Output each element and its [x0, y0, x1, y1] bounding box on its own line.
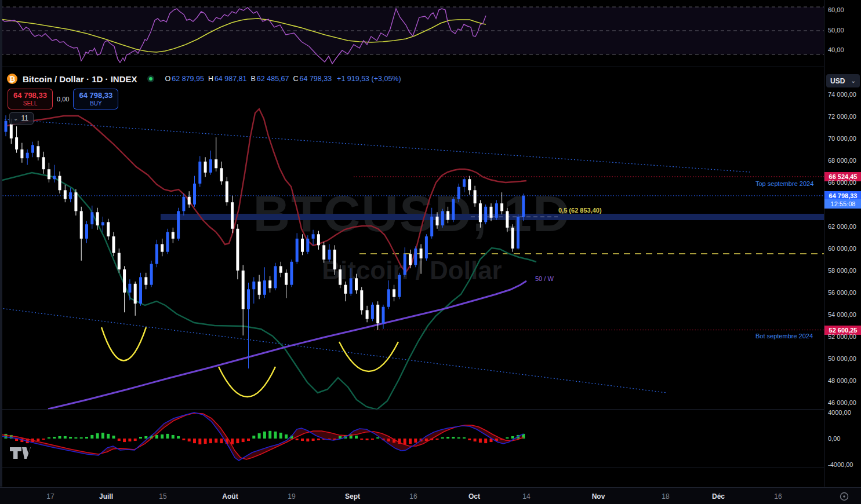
candle: [188, 197, 191, 204]
candle: [355, 278, 358, 290]
candle: [90, 212, 93, 224]
time-axis[interactable]: 17Juill15Août19Sept16Oct14Nov18Déc16: [0, 487, 861, 504]
candle: [350, 278, 353, 294]
settings-icon[interactable]: [838, 491, 850, 502]
candle: [107, 222, 110, 236]
price-axis-label: 66 000,00: [828, 179, 856, 186]
price-axis-label: 62 000,00: [828, 223, 856, 230]
candle: [333, 250, 336, 269]
candle: [226, 181, 228, 202]
candle: [236, 229, 239, 271]
candle: [74, 192, 77, 211]
bitcoin-icon: ₿: [7, 74, 17, 84]
time-axis-label: 19: [288, 492, 295, 501]
price-axis-label: 74 000,00: [828, 91, 856, 98]
candle: [182, 197, 185, 211]
candle: [344, 285, 347, 294]
bars-count-value: 11: [21, 114, 28, 122]
candle: [258, 282, 261, 295]
high-value: 64 987,81: [215, 75, 247, 83]
candle: [101, 222, 104, 225]
time-axis-label: 14: [522, 492, 530, 501]
bars-count-button[interactable]: ⌄ 11: [9, 112, 34, 125]
buy-button[interactable]: 64 798,33 BUY: [73, 89, 118, 109]
candle: [161, 244, 164, 251]
close-label: C: [293, 75, 298, 83]
price-axis-label: 0,00: [828, 435, 840, 442]
candle: [263, 280, 266, 295]
countdown-badge: 12:55:08: [824, 199, 861, 209]
candle: [231, 202, 234, 229]
top-september-label[interactable]: Top septembre 2024: [755, 180, 813, 187]
candle: [414, 249, 417, 265]
candle: [59, 176, 61, 191]
candle: [290, 262, 293, 285]
chevron-down-icon: ⌄: [851, 78, 856, 84]
candle: [166, 232, 169, 252]
candle: [242, 271, 245, 309]
fib-level-label[interactable]: 0,5 (62 853,40): [558, 207, 602, 214]
candle: [5, 121, 8, 132]
candle: [274, 266, 277, 288]
candle: [409, 254, 412, 265]
candle: [177, 211, 180, 239]
candle: [112, 236, 115, 253]
time-axis-label: 18: [662, 492, 669, 501]
spread-value: 0,00: [57, 96, 69, 103]
ohlc-readout: O62 879,95 H64 987,81 B62 485,67 C64 798…: [165, 75, 401, 83]
candle: [37, 146, 39, 157]
symbol-title[interactable]: Bitcoin / Dollar · 1D · INDEX: [23, 74, 137, 84]
price-axis[interactable]: USD ⌄ 66 524,45 64 798,33 12:55:08 52 60…: [824, 0, 861, 487]
candle: [193, 184, 196, 204]
pane-left-edge: [0, 0, 2, 487]
time-axis-label: 16: [409, 492, 417, 501]
candle: [479, 203, 482, 222]
candle: [215, 159, 217, 168]
candle: [139, 277, 142, 304]
candle: [306, 239, 309, 252]
time-axis-label: Août: [222, 492, 238, 501]
price-axis-label: 50 000,00: [828, 355, 856, 362]
price-axis-label: 58 000,00: [828, 267, 856, 274]
candle: [128, 284, 131, 293]
candle: [285, 273, 288, 285]
candle: [31, 145, 34, 152]
candle: [279, 266, 282, 272]
candle: [198, 162, 201, 184]
low-value: 62 485,67: [257, 75, 289, 83]
candle: [420, 249, 423, 258]
candle: [376, 305, 379, 323]
buy-label: BUY: [74, 100, 118, 107]
candle: [247, 289, 250, 309]
buy-price: 64 798,33: [74, 91, 118, 100]
price-axis-label: 46 000,00: [828, 399, 856, 406]
candle: [495, 203, 498, 218]
sell-button[interactable]: 64 798,33 SELL: [8, 89, 53, 109]
candle: [398, 275, 401, 297]
ma-50w-label[interactable]: 50 / W: [535, 275, 554, 282]
sell-price: 64 798,33: [8, 91, 52, 100]
candle: [430, 217, 433, 236]
candle: [220, 168, 223, 181]
candle: [522, 196, 525, 217]
candle: [172, 232, 175, 239]
candle: [64, 190, 67, 199]
change-value: +1 919,53 (+3,05%): [337, 75, 401, 83]
currency-selector[interactable]: USD ⌄: [826, 74, 860, 87]
close-value: 64 798,33: [300, 75, 332, 83]
price-axis-label: 68 000,00: [828, 157, 856, 164]
pane-divider-top[interactable]: [0, 67, 861, 67]
time-axis-label: Oct: [468, 492, 480, 501]
tradingview-logo-icon[interactable]: [9, 446, 31, 460]
candle: [436, 217, 439, 225]
pane-divider-macd[interactable]: [0, 409, 861, 410]
price-axis-label: 48 000,00: [828, 377, 856, 384]
candle: [490, 207, 493, 218]
candle: [42, 157, 45, 169]
candle: [360, 290, 363, 310]
market-status-icon[interactable]: [147, 75, 154, 82]
candle: [387, 289, 390, 306]
price-axis-label: 70 000,00: [828, 135, 856, 142]
pane-divider-lower: [0, 467, 861, 468]
bot-september-label[interactable]: Bot septembre 2024: [755, 333, 813, 339]
